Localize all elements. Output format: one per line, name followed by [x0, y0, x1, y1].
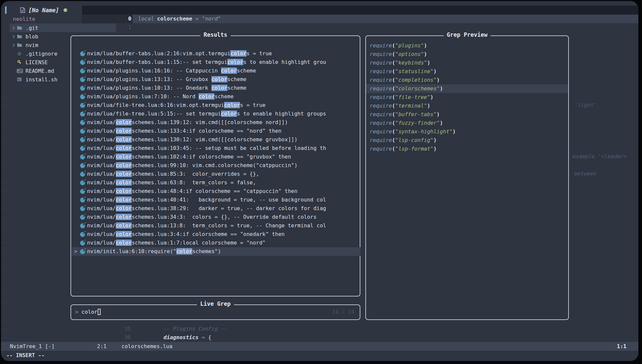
match-highlight: color — [199, 93, 214, 100]
statusline: NvimTree_1 [-] 2:1 colorschemes.lua 1:1 — [1, 342, 638, 351]
result-row[interactable]: nvim/lua/colorschemes.lua:130:12: vim.cm… — [72, 135, 360, 144]
match-highlight: color — [116, 162, 132, 168]
operator-equals: = — [202, 334, 205, 341]
open-brace: { — [208, 334, 211, 341]
code-line-0[interactable]: localcolorscheme="nord" — [138, 15, 221, 23]
preview-line[interactable]: require("lsp-format") — [366, 145, 568, 153]
match-highlight: color — [221, 68, 237, 74]
empty-line-tilde: ~ — [4, 92, 7, 101]
match-highlight: color — [224, 102, 240, 108]
preview-title: Grep Preview — [443, 31, 491, 38]
match-highlight: color — [227, 59, 243, 65]
result-row[interactable]: nvim/lua/colorschemes.lua:48:4:if colors… — [72, 187, 360, 196]
empty-line-tilde: ~ — [4, 325, 7, 333]
result-row[interactable]: nvim/lua/file-tree.lua:6:16:vim.opt.term… — [72, 101, 360, 110]
result-row[interactable]: nvim/lua/plugins.lua:10:13: -- Onedark c… — [72, 84, 360, 92]
result-row[interactable]: nvim/lua/colorschemes.lua:3:4:if colorsc… — [72, 230, 360, 239]
result-row[interactable]: >nvim/init.lua:6:10:require("colorscheme… — [72, 247, 360, 256]
result-row[interactable]: nvim/lua/colorschemes.lua:63:8: term_col… — [72, 178, 360, 187]
result-row[interactable]: nvim/lua/plugins.lua:7:10: -- Nord color… — [72, 92, 360, 101]
folder-icon — [17, 43, 25, 47]
match-highlight: color — [221, 111, 237, 117]
preview-line[interactable]: require("options") — [366, 50, 568, 59]
tab-active-indicator — [5, 6, 7, 14]
lua-file-icon — [80, 60, 85, 65]
lua-file-icon — [80, 120, 85, 125]
preview-line[interactable]: require("syntax-highlight") — [366, 127, 568, 136]
result-row[interactable]: nvim/lua/plugins.lua:16:16: -- Catppucci… — [72, 67, 360, 75]
result-row[interactable]: nvim/lua/plugins.lua:13:13: -- Gruvbox c… — [72, 75, 360, 84]
result-row[interactable]: nvim/lua/file-tree.lua:5:15:-- set termg… — [72, 110, 360, 118]
file-tree-root[interactable]: neolite — [13, 15, 35, 23]
result-row[interactable]: nvim/lua/colorschemes.lua:40:41: backgro… — [72, 196, 360, 204]
preview-line[interactable]: require("statusline") — [366, 67, 568, 76]
result-text: nvim/lua/colorschemes.lua:13:8: term_col… — [87, 221, 326, 230]
terminal-icon — [17, 77, 25, 82]
result-row[interactable]: nvim/lua/buffer-tabs.lua:2:16:vim.opt.te… — [72, 49, 360, 58]
empty-line-tilde: ~ — [4, 299, 7, 307]
result-row[interactable]: nvim/lua/colorschemes.lua:1:7:local colo… — [72, 239, 360, 247]
result-row[interactable]: nvim/lua/colorschemes.lua:133:4:if color… — [72, 127, 360, 135]
empty-line-tilde: ~ — [4, 247, 7, 256]
empty-line-tilde: ~ — [4, 204, 7, 213]
lua-file-icon — [80, 146, 85, 151]
preview-line[interactable]: require("completions") — [366, 76, 568, 84]
match-highlight: color — [116, 179, 132, 186]
empty-line-tilde: ~ — [4, 118, 7, 127]
file-tree-item-label: .git — [25, 25, 38, 31]
preview-line[interactable]: require("lsp-config") — [366, 136, 568, 145]
lua-file-icon — [80, 189, 85, 194]
preview-window: Grep Preview require("plugins")require("… — [365, 35, 569, 320]
file-tree-item--git[interactable]: .git — [10, 23, 116, 32]
result-row[interactable]: nvim/lua/colorschemes.lua:99:10: vim.cmd… — [72, 161, 360, 170]
empty-line-tilde: ~ — [4, 153, 7, 161]
line-number-35: 35 — [117, 325, 131, 333]
chevron-right-icon — [10, 34, 17, 39]
empty-line-tilde: ~ — [4, 110, 7, 118]
neovim-window: [No Name] 0 1 localcolorscheme="nord" ne… — [1, 1, 638, 361]
result-row[interactable]: nvim/lua/colorschemes.lua:38:29: darker … — [72, 204, 360, 213]
lua-file-icon — [80, 172, 85, 177]
result-text: nvim/lua/buffer-tabs.lua:2:16:vim.opt.te… — [87, 49, 272, 58]
livegrep-title: Live Grep — [197, 300, 234, 307]
result-row[interactable]: nvim/lua/colorschemes.lua:103:45: -- set… — [72, 144, 360, 153]
lua-file-icon — [80, 249, 85, 254]
result-text: nvim/lua/file-tree.lua:5:15:-- set termg… — [87, 110, 326, 118]
result-row[interactable]: nvim/lua/colorschemes.lua:139:12: vim.cm… — [72, 118, 360, 127]
lua-file-icon — [80, 163, 85, 168]
match-highlight: color — [211, 85, 227, 91]
result-text: nvim/lua/colorschemes.lua:139:12: vim.cm… — [87, 118, 288, 127]
preview-line[interactable]: require("plugins") — [366, 41, 568, 50]
result-row[interactable]: nvim/lua/buffer-tabs.lua:1:15:-- set ter… — [72, 58, 360, 67]
preview-line[interactable]: require("fuzzy-finder") — [366, 119, 568, 127]
match-highlight: color — [116, 171, 132, 177]
chevron-right-icon — [10, 26, 17, 30]
empty-line-tilde: ~ — [4, 127, 7, 135]
file-tree-item-label: blob — [25, 33, 38, 40]
result-text: nvim/lua/plugins.lua:7:10: -- Nord color… — [87, 92, 234, 101]
result-row[interactable]: nvim/lua/colorschemes.lua:13:8: term_col… — [72, 221, 360, 230]
match-highlight: color — [116, 231, 132, 237]
string-nord: "nord" — [202, 16, 221, 22]
preview-line[interactable]: require("terminal") — [366, 102, 568, 110]
result-row[interactable]: nvim/lua/colorschemes.lua:34:3: colors =… — [72, 213, 360, 221]
results-title: Results — [200, 31, 231, 38]
livegrep-input[interactable]: > color — [75, 308, 101, 316]
lua-file-icon — [80, 112, 85, 116]
modified-indicator-dot — [64, 8, 67, 12]
buffer-tab[interactable]: [No Name] — [14, 6, 82, 15]
preview-line[interactable]: require("colorschemes") — [366, 84, 568, 93]
variable-colorscheme: colorscheme — [157, 16, 192, 22]
markdown-icon — [17, 69, 25, 73]
result-row[interactable]: nvim/lua/colorschemes.lua:102:4:if color… — [72, 153, 360, 161]
result-text: nvim/lua/colorschemes.lua:133:4:if color… — [87, 127, 282, 135]
lua-file-icon — [80, 232, 85, 237]
preview-line[interactable]: require("buffer-tabs") — [366, 110, 568, 119]
statusline-buffer-name: NvimTree_1 [-] — [10, 342, 55, 351]
result-row[interactable]: nvim/lua/colorschemes.lua:85:3: color_ov… — [72, 170, 360, 178]
preview-line[interactable]: require("file-tree") — [366, 93, 568, 102]
line-number-36: 36 — [117, 333, 131, 342]
text-cursor — [98, 309, 101, 315]
preview-line[interactable]: require("keybinds") — [366, 59, 568, 67]
statusline-cursor-position: 1:1 — [617, 342, 626, 351]
